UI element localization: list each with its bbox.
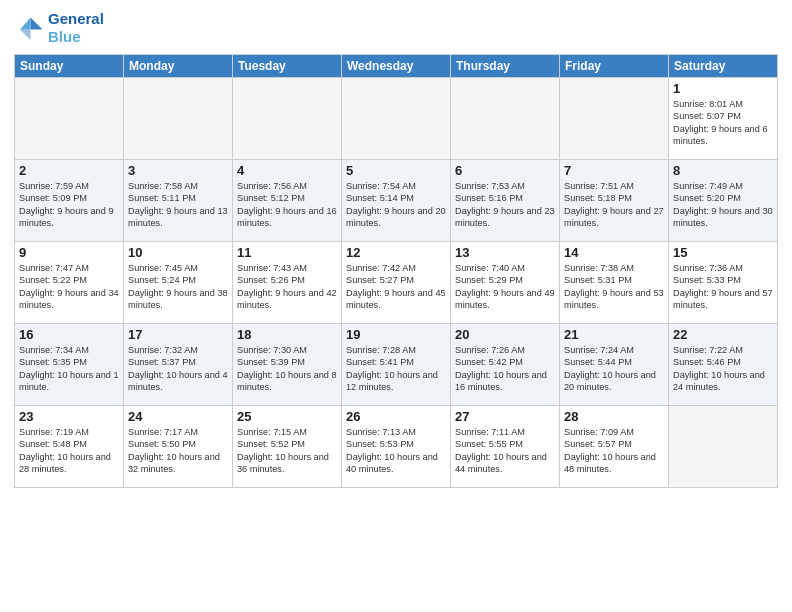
calendar-cell: 23Sunrise: 7:19 AM Sunset: 5:48 PM Dayli… (15, 406, 124, 488)
day-number: 15 (673, 245, 773, 260)
day-info: Sunrise: 7:30 AM Sunset: 5:39 PM Dayligh… (237, 344, 337, 394)
calendar-cell (560, 78, 669, 160)
calendar-cell: 24Sunrise: 7:17 AM Sunset: 5:50 PM Dayli… (124, 406, 233, 488)
calendar-cell: 15Sunrise: 7:36 AM Sunset: 5:33 PM Dayli… (669, 242, 778, 324)
day-info: Sunrise: 7:42 AM Sunset: 5:27 PM Dayligh… (346, 262, 446, 312)
calendar-cell: 27Sunrise: 7:11 AM Sunset: 5:55 PM Dayli… (451, 406, 560, 488)
day-number: 21 (564, 327, 664, 342)
day-number: 11 (237, 245, 337, 260)
calendar-cell (15, 78, 124, 160)
day-number: 1 (673, 81, 773, 96)
day-info: Sunrise: 7:45 AM Sunset: 5:24 PM Dayligh… (128, 262, 228, 312)
calendar-week-row: 1Sunrise: 8:01 AM Sunset: 5:07 PM Daylig… (15, 78, 778, 160)
calendar-week-row: 9Sunrise: 7:47 AM Sunset: 5:22 PM Daylig… (15, 242, 778, 324)
calendar-cell: 8Sunrise: 7:49 AM Sunset: 5:20 PM Daylig… (669, 160, 778, 242)
day-number: 7 (564, 163, 664, 178)
day-info: Sunrise: 7:43 AM Sunset: 5:26 PM Dayligh… (237, 262, 337, 312)
day-number: 19 (346, 327, 446, 342)
calendar-cell: 16Sunrise: 7:34 AM Sunset: 5:35 PM Dayli… (15, 324, 124, 406)
calendar-cell: 5Sunrise: 7:54 AM Sunset: 5:14 PM Daylig… (342, 160, 451, 242)
weekday-header-friday: Friday (560, 55, 669, 78)
day-info: Sunrise: 7:59 AM Sunset: 5:09 PM Dayligh… (19, 180, 119, 230)
day-info: Sunrise: 7:47 AM Sunset: 5:22 PM Dayligh… (19, 262, 119, 312)
day-info: Sunrise: 7:28 AM Sunset: 5:41 PM Dayligh… (346, 344, 446, 394)
weekday-header-wednesday: Wednesday (342, 55, 451, 78)
day-number: 27 (455, 409, 555, 424)
day-info: Sunrise: 7:19 AM Sunset: 5:48 PM Dayligh… (19, 426, 119, 476)
calendar-cell (124, 78, 233, 160)
calendar-cell: 9Sunrise: 7:47 AM Sunset: 5:22 PM Daylig… (15, 242, 124, 324)
day-number: 4 (237, 163, 337, 178)
calendar-cell: 22Sunrise: 7:22 AM Sunset: 5:46 PM Dayli… (669, 324, 778, 406)
day-info: Sunrise: 8:01 AM Sunset: 5:07 PM Dayligh… (673, 98, 773, 148)
day-number: 17 (128, 327, 228, 342)
day-info: Sunrise: 7:36 AM Sunset: 5:33 PM Dayligh… (673, 262, 773, 312)
svg-marker-2 (20, 30, 31, 41)
calendar-cell: 20Sunrise: 7:26 AM Sunset: 5:42 PM Dayli… (451, 324, 560, 406)
day-number: 2 (19, 163, 119, 178)
calendar-cell: 10Sunrise: 7:45 AM Sunset: 5:24 PM Dayli… (124, 242, 233, 324)
day-info: Sunrise: 7:13 AM Sunset: 5:53 PM Dayligh… (346, 426, 446, 476)
calendar-cell: 19Sunrise: 7:28 AM Sunset: 5:41 PM Dayli… (342, 324, 451, 406)
calendar-week-row: 16Sunrise: 7:34 AM Sunset: 5:35 PM Dayli… (15, 324, 778, 406)
weekday-header-tuesday: Tuesday (233, 55, 342, 78)
calendar-cell: 12Sunrise: 7:42 AM Sunset: 5:27 PM Dayli… (342, 242, 451, 324)
logo: General Blue (14, 10, 104, 46)
calendar-cell: 25Sunrise: 7:15 AM Sunset: 5:52 PM Dayli… (233, 406, 342, 488)
day-info: Sunrise: 7:51 AM Sunset: 5:18 PM Dayligh… (564, 180, 664, 230)
weekday-header-row: SundayMondayTuesdayWednesdayThursdayFrid… (15, 55, 778, 78)
calendar-cell: 28Sunrise: 7:09 AM Sunset: 5:57 PM Dayli… (560, 406, 669, 488)
calendar-cell: 1Sunrise: 8:01 AM Sunset: 5:07 PM Daylig… (669, 78, 778, 160)
calendar-cell: 21Sunrise: 7:24 AM Sunset: 5:44 PM Dayli… (560, 324, 669, 406)
calendar: SundayMondayTuesdayWednesdayThursdayFrid… (14, 54, 778, 488)
day-info: Sunrise: 7:40 AM Sunset: 5:29 PM Dayligh… (455, 262, 555, 312)
day-number: 18 (237, 327, 337, 342)
calendar-cell (451, 78, 560, 160)
day-number: 20 (455, 327, 555, 342)
day-info: Sunrise: 7:34 AM Sunset: 5:35 PM Dayligh… (19, 344, 119, 394)
day-info: Sunrise: 7:24 AM Sunset: 5:44 PM Dayligh… (564, 344, 664, 394)
calendar-cell: 6Sunrise: 7:53 AM Sunset: 5:16 PM Daylig… (451, 160, 560, 242)
day-number: 12 (346, 245, 446, 260)
calendar-week-row: 2Sunrise: 7:59 AM Sunset: 5:09 PM Daylig… (15, 160, 778, 242)
page-container: General Blue SundayMondayTuesdayWednesda… (0, 0, 792, 612)
day-info: Sunrise: 7:38 AM Sunset: 5:31 PM Dayligh… (564, 262, 664, 312)
weekday-header-sunday: Sunday (15, 55, 124, 78)
header: General Blue (14, 10, 778, 46)
day-info: Sunrise: 7:15 AM Sunset: 5:52 PM Dayligh… (237, 426, 337, 476)
calendar-cell: 14Sunrise: 7:38 AM Sunset: 5:31 PM Dayli… (560, 242, 669, 324)
day-number: 5 (346, 163, 446, 178)
day-number: 13 (455, 245, 555, 260)
calendar-cell: 13Sunrise: 7:40 AM Sunset: 5:29 PM Dayli… (451, 242, 560, 324)
weekday-header-monday: Monday (124, 55, 233, 78)
day-number: 26 (346, 409, 446, 424)
day-info: Sunrise: 7:49 AM Sunset: 5:20 PM Dayligh… (673, 180, 773, 230)
day-info: Sunrise: 7:26 AM Sunset: 5:42 PM Dayligh… (455, 344, 555, 394)
day-info: Sunrise: 7:11 AM Sunset: 5:55 PM Dayligh… (455, 426, 555, 476)
calendar-cell: 2Sunrise: 7:59 AM Sunset: 5:09 PM Daylig… (15, 160, 124, 242)
calendar-cell: 4Sunrise: 7:56 AM Sunset: 5:12 PM Daylig… (233, 160, 342, 242)
weekday-header-saturday: Saturday (669, 55, 778, 78)
day-number: 23 (19, 409, 119, 424)
calendar-cell (233, 78, 342, 160)
calendar-week-row: 23Sunrise: 7:19 AM Sunset: 5:48 PM Dayli… (15, 406, 778, 488)
day-number: 6 (455, 163, 555, 178)
day-number: 8 (673, 163, 773, 178)
logo-icon (14, 13, 44, 43)
calendar-cell (669, 406, 778, 488)
day-info: Sunrise: 7:22 AM Sunset: 5:46 PM Dayligh… (673, 344, 773, 394)
calendar-cell: 7Sunrise: 7:51 AM Sunset: 5:18 PM Daylig… (560, 160, 669, 242)
day-info: Sunrise: 7:58 AM Sunset: 5:11 PM Dayligh… (128, 180, 228, 230)
calendar-cell: 17Sunrise: 7:32 AM Sunset: 5:37 PM Dayli… (124, 324, 233, 406)
calendar-cell: 18Sunrise: 7:30 AM Sunset: 5:39 PM Dayli… (233, 324, 342, 406)
day-info: Sunrise: 7:56 AM Sunset: 5:12 PM Dayligh… (237, 180, 337, 230)
day-number: 28 (564, 409, 664, 424)
calendar-cell: 3Sunrise: 7:58 AM Sunset: 5:11 PM Daylig… (124, 160, 233, 242)
day-number: 10 (128, 245, 228, 260)
calendar-cell: 26Sunrise: 7:13 AM Sunset: 5:53 PM Dayli… (342, 406, 451, 488)
day-number: 16 (19, 327, 119, 342)
day-info: Sunrise: 7:54 AM Sunset: 5:14 PM Dayligh… (346, 180, 446, 230)
day-number: 9 (19, 245, 119, 260)
day-number: 3 (128, 163, 228, 178)
day-info: Sunrise: 7:53 AM Sunset: 5:16 PM Dayligh… (455, 180, 555, 230)
